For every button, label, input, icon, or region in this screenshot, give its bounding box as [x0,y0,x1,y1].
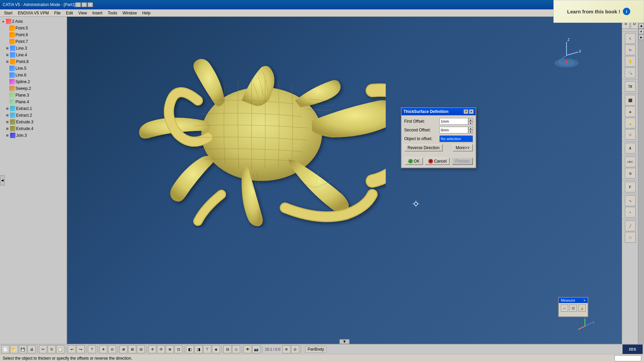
first-offset-up[interactable]: ▲ [468,118,473,121]
menu-enovia[interactable]: ENOVIA V5 VPM [15,10,51,16]
tree-item-extrude3[interactable]: ⊞ Extrude.3 [0,119,66,125]
far-right-btn-3[interactable]: ▼ [639,29,644,34]
toolbar-fit-button[interactable]: ⊡ [174,345,182,353]
measure-close-button[interactable]: × [584,298,586,302]
toolbar-zoom2-button[interactable]: ⊕ [166,345,174,353]
toolbar-number-button[interactable]: 78 [625,81,636,92]
toolbar-new-button[interactable]: 📄 [1,345,9,353]
ok-button[interactable]: ✓ OK [405,158,423,165]
toolbar-sketch-button[interactable]: ∿ [625,195,636,206]
menu-start[interactable]: Start [1,10,15,16]
toolbar-print-button[interactable]: 🖨 [28,345,36,353]
tree-item-extract1[interactable]: ⊞ Extract.1 [0,105,66,112]
toolbar-cut-button[interactable]: ✂ [39,345,47,353]
tree-item-point5[interactable]: Point.5 [0,25,66,32]
second-offset-up[interactable]: ▲ [468,127,473,130]
tree-item-spline2[interactable]: Spline.2 [0,78,66,85]
tree-item-2axis[interactable]: ▸ 2 Axis [0,18,66,25]
toolbar-coord-button[interactable]: ⊞ [282,345,290,353]
toolbar-dimension-button[interactable]: ⊟ [137,345,145,353]
toolbar-rotate-button[interactable]: ↻ [625,45,636,55]
toolbar-top-button[interactable]: ⊤ [203,345,211,353]
toolbar-front-button[interactable]: ◧ [186,345,194,353]
more-button[interactable]: More>> [452,144,473,152]
info-icon[interactable]: i [623,8,630,15]
toolbar-section-button[interactable]: ⊟ [223,345,231,353]
tree-item-line6[interactable]: Line.6 [0,72,66,78]
tree-item-join3[interactable]: ⊞ Join.3 [0,132,66,139]
viewport-bottom-arrow[interactable]: ▼ [339,339,350,344]
menu-window[interactable]: Window [120,10,140,16]
tree-item-extrude4[interactable]: ⊞ Extrude.4 [0,125,66,132]
preview-button[interactable]: Preview [452,158,473,165]
toolbar-3d-button[interactable]: ◈ [212,345,220,353]
toolbar-undo-button[interactable]: ↩ [68,345,76,353]
toolbar-fly-button[interactable]: ✈ [99,345,107,353]
toolbar-vis-button[interactable]: 👁 [244,345,252,353]
maximize-button[interactable]: □ [82,2,87,7]
object-to-offset-input[interactable]: No selection [439,135,473,142]
first-offset-input[interactable]: 1mm [439,118,468,125]
menu-tools[interactable]: Tools [105,10,120,16]
toolbar-light-button[interactable]: 💡 [625,118,636,128]
toolbar-rect-button[interactable]: □ [625,232,636,243]
measure-lock-button[interactable]: 🔒 [578,304,586,312]
menu-help[interactable]: Help [140,10,153,16]
tree-item-sweep2[interactable]: Sweep.2 [0,85,66,92]
toolbar-abc-button[interactable]: ABC [625,157,636,167]
measure-item-button[interactable]: ⊡ [570,304,577,312]
minimize-button[interactable]: _ [75,2,81,7]
toolbar-zoom-button[interactable]: 🔍 [625,67,636,78]
toolbar-paste-button[interactable]: 📋 [56,345,64,353]
tree-item-extract2[interactable]: ⊞ Extract.2 [0,112,66,119]
toolbar-grid-button[interactable]: ⊞ [625,168,636,179]
menu-insert[interactable]: Insert [90,10,105,16]
toolbar-render2-button[interactable]: ◇ [232,345,240,353]
sidebar-collapse-arrow[interactable]: ◄ [0,175,5,185]
toolbar-open-button[interactable]: 📂 [10,345,18,353]
toolbar-snap-button[interactable]: ⊕ [119,345,127,353]
toolbar-pan2-button[interactable]: ✛ [148,345,156,353]
status-input[interactable] [614,355,641,361]
3d-viewport[interactable]: Z X ThickSurface Definition ? × [67,17,622,344]
measure-ruler-button[interactable]: ↔ [561,304,568,312]
toolbar-walk-button[interactable]: ⊙ [108,345,116,353]
book-banner[interactable]: Learn from this book ! i [553,0,644,23]
menu-file[interactable]: File [51,10,63,16]
reverse-direction-button[interactable]: Reverse Direction [404,144,443,152]
toolbar-photo-button[interactable]: 📷 [252,345,260,353]
toolbar-a-button[interactable]: A [625,143,636,154]
toolbar-material-button[interactable]: ◇ [625,129,636,140]
tree-item-line3[interactable]: ⊞ Line.3 [0,45,66,52]
toolbar-snap2-button[interactable]: ⊙ [291,345,299,353]
tree-item-line5[interactable]: Line.5 [0,65,66,72]
toolbar-f-button[interactable]: F [625,182,636,192]
partbody-selector[interactable]: PartBody [305,346,326,353]
toolbar-cursor-button[interactable]: ↖ [625,33,636,44]
tree-item-point6[interactable]: Point.6 [0,32,66,38]
toolbar-line2-button[interactable]: ╱ [625,221,636,231]
toolbar-rotate2-button[interactable]: ⟳ [157,345,165,353]
toolbar-render1-button[interactable]: ◈ [625,106,636,117]
toolbar-redo-button[interactable]: ↪ [76,345,85,353]
tree-item-point7[interactable]: Point.7 [0,38,66,45]
second-offset-down[interactable]: ▼ [468,130,473,133]
toolbar-measure2-button[interactable]: ⊞ [128,345,136,353]
close-button[interactable]: × [88,2,93,7]
dialog-help-button[interactable]: ? [464,109,468,114]
second-offset-input[interactable]: 0mm [439,127,468,133]
toolbar-pan-button[interactable]: ✋ [625,56,636,67]
dialog-close-button[interactable]: × [469,109,474,114]
toolbar-help2-button[interactable]: ? [88,345,96,353]
menu-view[interactable]: View [75,10,90,16]
toolbar-view1-button[interactable]: ⬛ [625,95,636,106]
tree-item-point8[interactable]: ⊞ Point.8 [0,58,66,65]
toolbar-side-button[interactable]: ◨ [195,345,203,353]
first-offset-down[interactable]: ▼ [468,121,473,125]
far-right-btn-2[interactable]: ◆ [639,23,644,28]
cancel-button[interactable]: ✕ Cancel [425,158,450,165]
far-right-btn-4[interactable]: ▶ [639,35,644,40]
toolbar-save-button[interactable]: 💾 [19,345,27,353]
menu-edit[interactable]: Edit [63,10,76,16]
tree-item-plane4[interactable]: Plane.4 [0,99,66,105]
